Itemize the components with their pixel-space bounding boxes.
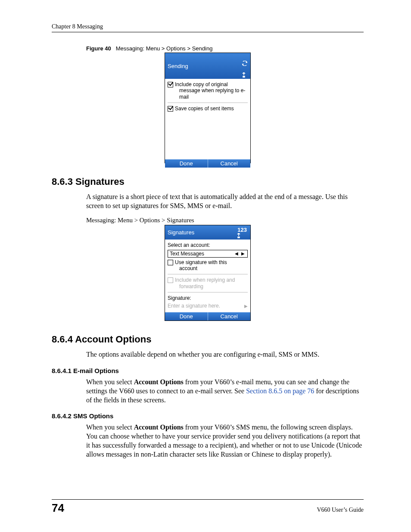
done-button[interactable]: Done (165, 312, 208, 320)
select-account-label: Select an account: (168, 242, 248, 248)
checkbox-checked-icon (168, 106, 173, 112)
status-icons (242, 54, 248, 78)
phone-softkeys: Done Cancel (165, 159, 250, 168)
signal-icon (237, 233, 248, 238)
divider (168, 274, 248, 274)
option-label: Use signature with this account (175, 259, 248, 272)
heading-account-options: 8.6.4 Account Options (52, 334, 364, 345)
cross-reference-link[interactable]: Section 8.6.5 on page 76 (246, 387, 314, 395)
figure-caption: Messaging: Menu > Options > Signatures (86, 217, 364, 224)
include-copy-option[interactable]: Include copy of original message when re… (168, 81, 248, 100)
phone-title-text: Signatures (168, 229, 194, 236)
phone-titlebar: Sending (165, 53, 250, 79)
signature-input[interactable]: Enter a signature here. ▶ (168, 302, 248, 310)
divider (168, 292, 248, 292)
selected-account: Text Messages (170, 251, 204, 257)
done-button[interactable]: Done (165, 159, 208, 168)
divider (168, 103, 248, 103)
phone-softkeys: Done Cancel (165, 312, 250, 320)
guide-name: V660 User’s Guide (317, 507, 364, 513)
signature-label: Signature: (168, 295, 248, 301)
checkbox-checked-icon (168, 82, 173, 87)
chevron-right-icon: ▶ (244, 304, 248, 308)
figure-label: Figure 40 (86, 45, 111, 52)
option-label: Include when replying and forwarding (175, 277, 248, 289)
phone-title-text: Sending (168, 63, 188, 69)
account-selector[interactable]: Text Messages ◀ ▶ (168, 250, 248, 258)
sync-icon (242, 61, 248, 66)
body-text: A signature is a short piece of text tha… (86, 193, 364, 211)
include-when-replying-option: Include when replying and forwarding (168, 277, 248, 289)
signal-icon (242, 72, 248, 78)
body-text: The options available depend on whether … (86, 350, 364, 359)
bold-text: Account Options (134, 378, 184, 386)
figure-caption: Figure 40 Messaging: Menu > Options > Se… (86, 45, 364, 52)
phone-titlebar: Signatures 123 (165, 225, 250, 240)
heading-sms-options: 8.6.4.2 SMS Options (52, 412, 364, 420)
bold-text: Account Options (134, 423, 184, 431)
phone-screen-signatures: Signatures 123 Select an account: Text M… (165, 225, 251, 321)
heading-email-options: 8.6.4.1 E-mail Options (52, 367, 364, 374)
figure-caption-text: Messaging: Menu > Options > Sending (116, 45, 213, 52)
body-text: When you select Account Options from you… (86, 423, 364, 459)
page-footer: 74 V660 User’s Guide (52, 499, 364, 515)
body-text: When you select Account Options from you… (86, 378, 364, 404)
cancel-button[interactable]: Cancel (208, 312, 251, 320)
use-signature-option[interactable]: Use signature with this account (168, 259, 248, 272)
cancel-button[interactable]: Cancel (208, 159, 251, 168)
arrows-icon: ◀ ▶ (235, 251, 246, 256)
input-mode-123: 123 (237, 227, 247, 233)
save-copies-option[interactable]: Save copies of sent items (168, 106, 248, 112)
checkbox-disabled-icon (168, 277, 173, 283)
running-header: Chapter 8 Messaging (52, 23, 364, 32)
phone-body: Include copy of original message when re… (165, 79, 250, 159)
option-label: Save copies of sent items (175, 106, 248, 112)
page-number: 74 (52, 501, 64, 515)
checkbox-unchecked-icon (168, 260, 173, 265)
phone-screen-sending: Sending Include copy of original message… (165, 53, 251, 163)
heading-signatures: 8.6.3 Signatures (52, 176, 364, 187)
option-label: Include copy of original message when re… (175, 81, 248, 100)
signature-placeholder: Enter a signature here. (168, 303, 220, 309)
phone-body: Select an account: Text Messages ◀ ▶ Use… (165, 240, 250, 313)
status-icons: 123 (237, 227, 248, 238)
